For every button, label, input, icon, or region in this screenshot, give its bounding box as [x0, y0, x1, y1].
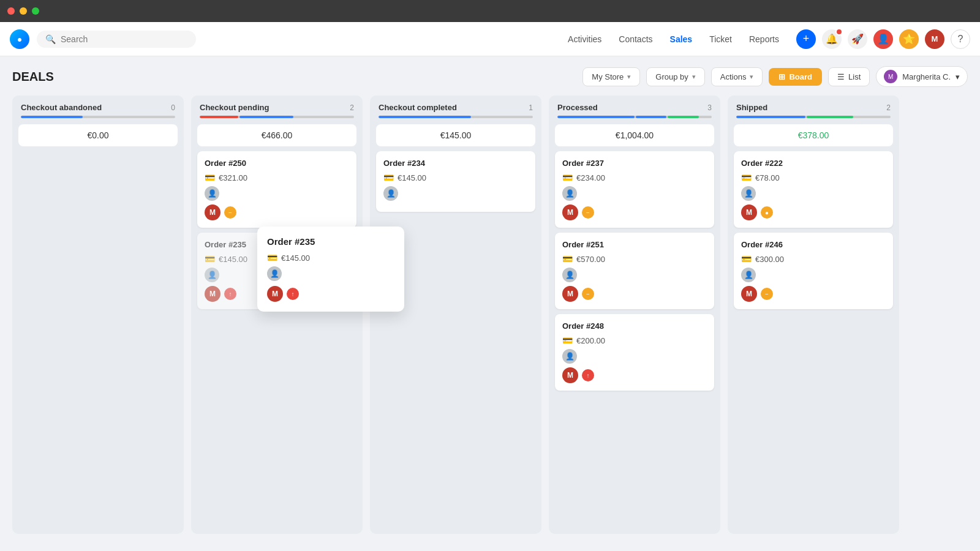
nav-contacts[interactable]: Contacts — [619, 34, 652, 44]
col-cards-processed[interactable]: Order #237 💳 €234.00 👤 M − Order #251 💳 — [549, 151, 720, 534]
page-title: DEALS — [12, 70, 292, 84]
col-cards-completed[interactable]: Order #234 💳 €145.00 👤 — [370, 151, 541, 534]
col-header-completed: Checkout completed 1 — [370, 96, 541, 116]
list-label: List — [848, 72, 861, 81]
user-selector[interactable]: M Margherita C. ▾ — [876, 66, 968, 87]
list-view-button[interactable]: ☰ List — [828, 67, 870, 86]
card-amount: 💳 €570.00 — [562, 254, 707, 264]
app-logo[interactable]: ● — [10, 29, 29, 49]
actions-button[interactable]: Actions ▾ — [711, 67, 763, 86]
card-order-248[interactable]: Order #248 💳 €200.00 👤 M ↑ — [555, 314, 714, 391]
progress-seg — [239, 116, 293, 118]
floating-card-footer: M ↑ — [267, 286, 394, 302]
col-progress-pending — [200, 116, 354, 118]
user-red-button[interactable]: 👤 — [873, 29, 893, 49]
card-order-246[interactable]: Order #246 💳 €300.00 👤 M − — [734, 233, 893, 309]
card-order-251[interactable]: Order #251 💳 €570.00 👤 M − — [555, 233, 714, 309]
col-title-processed: Processed — [557, 103, 598, 112]
card-order-222[interactable]: Order #222 💳 €78.00 👤 M ● — [734, 151, 893, 228]
user-selector-name: Margherita C. — [902, 72, 951, 81]
nav-activities[interactable]: Activities — [568, 34, 601, 44]
floating-card-user-icon: 👤 — [267, 266, 282, 281]
card-footer: M − — [205, 204, 349, 220]
col-count-pending: 2 — [350, 103, 354, 112]
column-processed: Processed 3 €1,004.00 Order #237 💳 €234.… — [549, 96, 720, 534]
card-title: Order #248 — [562, 321, 707, 331]
col-header-pending: Checkout pending 2 — [191, 96, 363, 116]
badge-orange: − — [582, 206, 594, 219]
amount-value: €570.00 — [576, 255, 605, 264]
progress-seg — [636, 116, 666, 118]
nav-sales[interactable]: Sales — [670, 34, 693, 44]
card-footer: M ● — [741, 204, 886, 220]
col-cards-pending[interactable]: Order #250 💳 €321.00 👤 M − Order #235 — [191, 151, 363, 534]
badge-red-up: ↑ — [224, 288, 236, 300]
board-icon: ⊞ — [778, 72, 785, 81]
minimize-dot[interactable] — [20, 7, 27, 15]
store-selector[interactable]: My Store ▾ — [582, 67, 640, 86]
col-cards-abandoned — [12, 151, 184, 534]
add-button[interactable]: + — [796, 29, 816, 49]
card-user-icon: 👤 — [383, 186, 398, 201]
money-icon: 💳 — [741, 254, 752, 264]
card-order-234[interactable]: Order #234 💳 €145.00 👤 — [376, 151, 535, 212]
user-avatar[interactable]: M — [925, 29, 944, 49]
progress-seg — [668, 116, 698, 118]
floating-card-avatar: M — [267, 286, 283, 302]
help-button[interactable]: ? — [951, 29, 970, 49]
col-header-shipped: Shipped 2 — [728, 96, 899, 116]
col-total-shipped: €378.00 — [734, 124, 893, 146]
badge-red-up: ↑ — [582, 369, 594, 381]
star-button[interactable]: ⭐ — [899, 29, 919, 49]
card-footer: M − — [741, 286, 886, 302]
chevron-down-icon: ▾ — [627, 73, 631, 81]
group-by-button[interactable]: Group by ▾ — [646, 67, 704, 86]
progress-seg — [21, 116, 83, 118]
progress-seg — [807, 116, 853, 118]
column-checkout-pending: Checkout pending 2 €466.00 Order #250 💳 … — [191, 96, 363, 534]
col-total-completed: €145.00 — [376, 124, 535, 146]
column-checkout-abandoned: Checkout abandoned 0 €0.00 — [12, 96, 184, 534]
progress-seg — [200, 116, 238, 118]
col-total-pending: €466.00 — [197, 124, 356, 146]
card-user-icon: 👤 — [562, 186, 577, 201]
badge-orange: − — [761, 288, 773, 300]
list-icon: ☰ — [837, 72, 845, 81]
search-input[interactable] — [61, 34, 187, 44]
floating-card: Order #235 💳 €145.00 👤 M ↑ — [257, 227, 404, 312]
col-title-shipped: Shipped — [736, 103, 767, 112]
nav-actions: + 🔔 🚀 👤 ⭐ M ? — [796, 29, 970, 49]
nav-links: Activities Contacts Sales Ticket Reports — [568, 34, 779, 44]
money-icon: 💳 — [562, 173, 573, 182]
progress-seg — [736, 116, 805, 118]
maximize-dot[interactable] — [32, 7, 39, 15]
progress-seg — [379, 116, 471, 118]
col-count-processed: 3 — [707, 103, 712, 112]
card-title: Order #251 — [562, 240, 707, 249]
floating-card-title: Order #235 — [267, 236, 394, 247]
card-amount: 💳 €78.00 — [741, 173, 886, 182]
nav-ticket[interactable]: Ticket — [709, 34, 732, 44]
card-order-250[interactable]: Order #250 💳 €321.00 👤 M − — [197, 151, 356, 228]
card-footer: M ↑ — [562, 367, 707, 383]
user-avatar-small: M — [884, 70, 897, 83]
card-user-icon: 👤 — [205, 268, 219, 282]
col-title-completed: Checkout completed — [379, 103, 457, 112]
amount-value: €78.00 — [755, 173, 780, 182]
card-order-237[interactable]: Order #237 💳 €234.00 👤 M − — [555, 151, 714, 228]
close-dot[interactable] — [7, 7, 15, 15]
col-total-abandoned: €0.00 — [18, 124, 178, 146]
amount-value: €200.00 — [576, 336, 605, 345]
search-bar[interactable]: 🔍 — [37, 31, 196, 48]
col-progress-shipped — [736, 116, 891, 118]
board-view-button[interactable]: ⊞ Board — [769, 68, 822, 86]
notification-button[interactable]: 🔔 — [822, 29, 842, 49]
nav-reports[interactable]: Reports — [749, 34, 779, 44]
col-progress-completed — [379, 116, 533, 118]
col-total-processed: €1,004.00 — [555, 124, 714, 146]
rocket-button[interactable]: 🚀 — [848, 29, 867, 49]
card-avatar: M — [741, 204, 757, 220]
column-shipped: Shipped 2 €378.00 Order #222 💳 €78.00 👤 — [728, 96, 899, 534]
col-cards-shipped[interactable]: Order #222 💳 €78.00 👤 M ● Order #246 💳 — [728, 151, 899, 534]
floating-amount-value: €145.00 — [281, 253, 310, 263]
